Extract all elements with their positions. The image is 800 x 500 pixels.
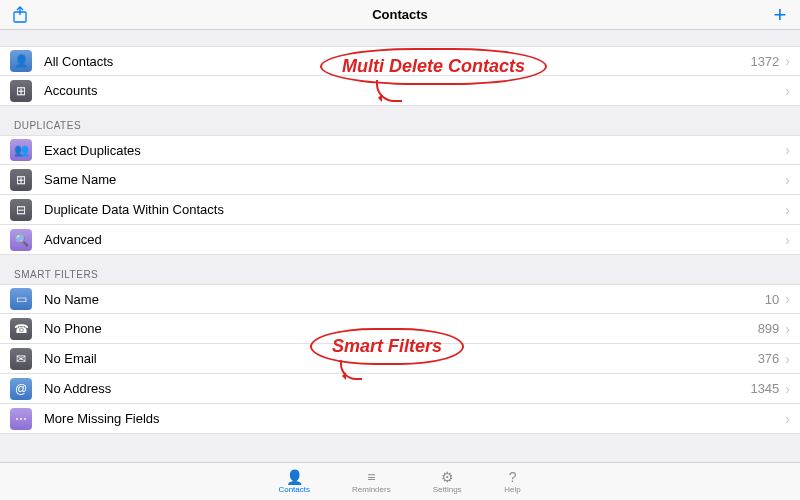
annotation-callout-2: Smart Filters [310, 328, 464, 365]
chevron-right-icon: › [785, 232, 790, 248]
row-count: 1345 [750, 381, 779, 396]
list-row-no-address[interactable]: @No Address1345› [0, 374, 800, 404]
tab-label: Help [504, 485, 520, 494]
reminders-icon: ≡ [362, 469, 380, 485]
add-icon[interactable]: + [770, 5, 790, 25]
chevron-right-icon: › [785, 53, 790, 69]
all-contacts-icon: 👤 [10, 50, 32, 72]
row-label: Duplicate Data Within Contacts [44, 202, 779, 217]
tab-label: Reminders [352, 485, 391, 494]
accounts-icon: ⊞ [10, 80, 32, 102]
section-duplicates: 👥Exact Duplicates›⊞Same Name›⊟Duplicate … [0, 135, 800, 255]
chevron-right-icon: › [785, 172, 790, 188]
tab-contacts[interactable]: 👤Contacts [278, 469, 310, 494]
row-label: Exact Duplicates [44, 143, 779, 158]
annotation-text: Smart Filters [332, 336, 442, 356]
chevron-right-icon: › [785, 142, 790, 158]
row-count: 899 [758, 321, 780, 336]
settings-icon: ⚙ [438, 469, 456, 485]
exact-duplicates-icon: 👥 [10, 139, 32, 161]
chevron-right-icon: › [785, 381, 790, 397]
row-label: Accounts [44, 83, 779, 98]
list-row-advanced[interactable]: 🔍Advanced› [0, 225, 800, 255]
row-count: 1372 [750, 54, 779, 69]
contacts-icon: 👤 [285, 469, 303, 485]
list-row-more-missing-fields[interactable]: ⋯More Missing Fields› [0, 404, 800, 434]
row-label: No Name [44, 292, 765, 307]
tab-label: Contacts [278, 485, 310, 494]
row-label: More Missing Fields [44, 411, 779, 426]
row-label: Advanced [44, 232, 779, 247]
page-title: Contacts [0, 7, 800, 22]
list-row-exact-duplicates[interactable]: 👥Exact Duplicates› [0, 135, 800, 165]
annotation-callout-1: Multi Delete Contacts [320, 48, 547, 85]
row-count: 10 [765, 292, 779, 307]
row-label: Same Name [44, 172, 779, 187]
no-email-icon: ✉ [10, 348, 32, 370]
help-icon: ? [504, 469, 522, 485]
chevron-right-icon: › [785, 291, 790, 307]
row-count: 376 [758, 351, 780, 366]
list-row-no-name[interactable]: ▭No Name10› [0, 284, 800, 314]
chevron-right-icon: › [785, 411, 790, 427]
list-row-duplicate-data-within-contacts[interactable]: ⊟Duplicate Data Within Contacts› [0, 195, 800, 225]
tab-label: Settings [433, 485, 462, 494]
no-phone-icon: ☎ [10, 318, 32, 340]
same-name-icon: ⊞ [10, 169, 32, 191]
advanced-icon: 🔍 [10, 229, 32, 251]
navbar: Contacts + [0, 0, 800, 30]
annotation-text: Multi Delete Contacts [342, 56, 525, 76]
section-header-duplicates: DUPLICATES [0, 106, 800, 135]
more-missing-fields-icon: ⋯ [10, 408, 32, 430]
row-label: No Address [44, 381, 750, 396]
chevron-right-icon: › [785, 321, 790, 337]
no-address-icon: @ [10, 378, 32, 400]
chevron-right-icon: › [785, 83, 790, 99]
section-header-smart: SMART FILTERS [0, 255, 800, 284]
tab-settings[interactable]: ⚙Settings [433, 469, 462, 494]
tab-reminders[interactable]: ≡Reminders [352, 469, 391, 494]
duplicate-data-within-contacts-icon: ⊟ [10, 199, 32, 221]
chevron-right-icon: › [785, 202, 790, 218]
share-icon[interactable] [10, 5, 30, 25]
chevron-right-icon: › [785, 351, 790, 367]
tab-help[interactable]: ?Help [504, 469, 522, 494]
list-row-same-name[interactable]: ⊞Same Name› [0, 165, 800, 195]
tabbar: 👤Contacts≡Reminders⚙Settings?Help [0, 462, 800, 500]
no-name-icon: ▭ [10, 288, 32, 310]
